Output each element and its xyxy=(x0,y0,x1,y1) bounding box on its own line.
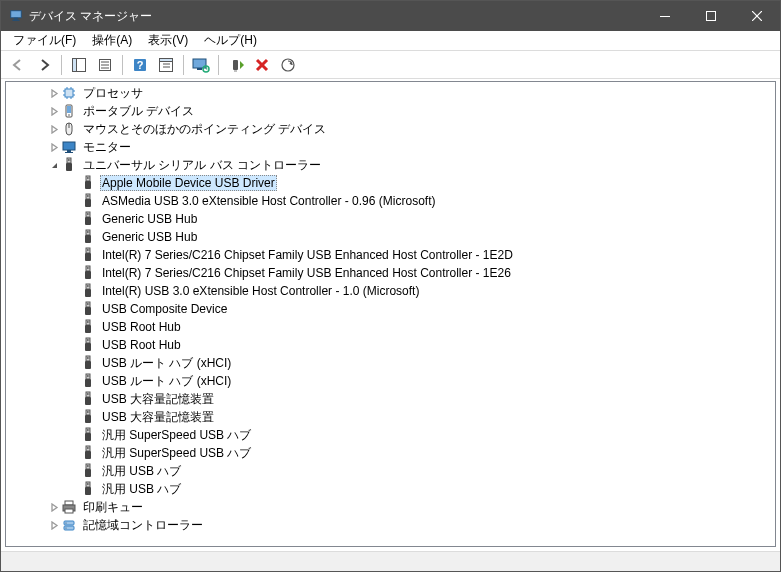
svg-rect-1 xyxy=(14,18,18,20)
svg-rect-2 xyxy=(13,20,20,21)
tree-node-label[interactable]: モニター xyxy=(81,139,133,156)
tree-row[interactable]: USB Root Hub xyxy=(6,336,775,354)
tree-node-label[interactable]: Intel(R) 7 Series/C216 Chipset Family US… xyxy=(100,248,515,262)
tree-row[interactable]: USB Root Hub xyxy=(6,318,775,336)
svg-rect-67 xyxy=(87,249,88,251)
toolbar-show-hide-console-tree[interactable] xyxy=(67,53,91,77)
tree-node-label[interactable]: Intel(R) USB 3.0 eXtensible Host Control… xyxy=(100,284,421,298)
tree-node-label[interactable]: 汎用 USB ハブ xyxy=(100,463,183,480)
tree-node-label[interactable]: マウスとそのほかのポインティング デバイス xyxy=(81,121,328,138)
svg-rect-98 xyxy=(85,397,91,405)
tree-arrow-expanded-icon[interactable] xyxy=(47,161,61,170)
app-icon xyxy=(9,9,23,23)
tree-arrow-collapsed-icon[interactable] xyxy=(47,521,61,530)
tree-node-label[interactable]: USB ルート ハブ (xHCI) xyxy=(100,373,233,390)
menu-file[interactable]: ファイル(F) xyxy=(5,32,84,49)
tree-arrow-collapsed-icon[interactable] xyxy=(47,503,61,512)
tree-node-label[interactable]: USB Composite Device xyxy=(100,302,229,316)
tree-row[interactable]: Intel(R) USB 3.0 eXtensible Host Control… xyxy=(6,282,775,300)
tree-row[interactable]: ポータブル デバイス xyxy=(6,102,775,120)
toolbar-help[interactable]: ? xyxy=(128,53,152,77)
svg-rect-69 xyxy=(86,266,90,271)
maximize-button[interactable] xyxy=(688,1,734,31)
svg-rect-45 xyxy=(67,158,71,163)
tree-row[interactable]: 汎用 SuperSpeed USB ハブ xyxy=(6,444,775,462)
tree-arrow-collapsed-icon[interactable] xyxy=(47,143,61,152)
toolbar-scan-hardware[interactable] xyxy=(276,53,300,77)
tree-row[interactable]: USB Composite Device xyxy=(6,300,775,318)
tree-node-label[interactable]: USB ルート ハブ (xHCI) xyxy=(100,355,233,372)
tree-row[interactable]: Generic USB Hub xyxy=(6,228,775,246)
tree-row[interactable]: ASMedia USB 3.0 eXtensible Host Controll… xyxy=(6,192,775,210)
tree-arrow-collapsed-icon[interactable] xyxy=(47,107,61,116)
tree-node-label[interactable]: Apple Mobile Device USB Driver xyxy=(100,175,277,191)
tree-node-label[interactable]: USB 大容量記憶装置 xyxy=(100,409,216,426)
tree-row[interactable]: 汎用 SuperSpeed USB ハブ xyxy=(6,426,775,444)
tree-node-label[interactable]: USB 大容量記憶装置 xyxy=(100,391,216,408)
tree-row[interactable]: マウスとそのほかのポインティング デバイス xyxy=(6,120,775,138)
svg-rect-29 xyxy=(65,89,73,97)
tree-row[interactable]: ユニバーサル シリアル バス コントローラー xyxy=(6,156,775,174)
svg-rect-66 xyxy=(85,253,91,261)
tree-node-label[interactable]: 印刷キュー xyxy=(81,499,145,516)
window-title-group: デバイス マネージャー xyxy=(1,8,152,25)
tree-node-label[interactable]: 汎用 SuperSpeed USB ハブ xyxy=(100,427,253,444)
menu-action[interactable]: 操作(A) xyxy=(84,32,140,49)
monitor-icon xyxy=(61,139,77,155)
tree-row[interactable]: USB ルート ハブ (xHCI) xyxy=(6,372,775,390)
svg-rect-63 xyxy=(87,231,88,233)
tree-arrow-collapsed-icon[interactable] xyxy=(47,89,61,98)
menu-help[interactable]: ヘルプ(H) xyxy=(196,32,265,49)
tree-node-label[interactable]: USB Root Hub xyxy=(100,338,183,352)
usb-icon xyxy=(80,391,96,407)
tree-row[interactable]: 汎用 USB ハブ xyxy=(6,480,775,498)
tree-node-label[interactable]: 汎用 USB ハブ xyxy=(100,481,183,498)
tree-row[interactable]: 記憶域コントローラー xyxy=(6,516,775,534)
svg-rect-97 xyxy=(86,392,90,397)
tree-row[interactable]: プロセッサ xyxy=(6,84,775,102)
tree-node-label[interactable]: Intel(R) 7 Series/C216 Chipset Family US… xyxy=(100,266,513,280)
device-tree[interactable]: プロセッサポータブル デバイスマウスとそのほかのポインティング デバイスモニター… xyxy=(6,84,775,546)
svg-rect-102 xyxy=(85,415,91,423)
tree-node-label[interactable]: 汎用 SuperSpeed USB ハブ xyxy=(100,445,253,462)
close-button[interactable] xyxy=(734,1,780,31)
tree-node-label[interactable]: ユニバーサル シリアル バス コントローラー xyxy=(81,157,323,174)
tree-row[interactable]: 汎用 USB ハブ xyxy=(6,462,775,480)
tree-node-label[interactable]: Generic USB Hub xyxy=(100,230,199,244)
toolbar-properties[interactable] xyxy=(93,53,117,77)
tree-row[interactable]: USB ルート ハブ (xHCI) xyxy=(6,354,775,372)
tree-node-label[interactable]: ASMedia USB 3.0 eXtensible Host Controll… xyxy=(100,194,437,208)
tree-node-label[interactable]: 記憶域コントローラー xyxy=(81,517,205,534)
svg-rect-96 xyxy=(89,375,90,377)
menu-bar: ファイル(F) 操作(A) 表示(V) ヘルプ(H) xyxy=(1,31,780,51)
tree-arrow-collapsed-icon[interactable] xyxy=(47,125,61,134)
tree-row[interactable]: USB 大容量記憶装置 xyxy=(6,390,775,408)
menu-view[interactable]: 表示(V) xyxy=(140,32,196,49)
tree-row[interactable]: Generic USB Hub xyxy=(6,210,775,228)
tree-row[interactable]: 印刷キュー xyxy=(6,498,775,516)
svg-rect-57 xyxy=(86,212,90,217)
tree-row[interactable]: モニター xyxy=(6,138,775,156)
usb-icon xyxy=(80,337,96,353)
svg-rect-89 xyxy=(86,356,90,361)
svg-rect-55 xyxy=(87,195,88,197)
usb-icon xyxy=(80,319,96,335)
usb-icon xyxy=(80,427,96,443)
tree-node-label[interactable]: ポータブル デバイス xyxy=(81,103,196,120)
toolbar-scan-monitor[interactable] xyxy=(189,53,213,77)
tree-row[interactable]: Intel(R) 7 Series/C216 Chipset Family US… xyxy=(6,264,775,282)
minimize-button[interactable] xyxy=(642,1,688,31)
tree-node-label[interactable]: USB Root Hub xyxy=(100,320,183,334)
toolbar-forward[interactable] xyxy=(32,53,56,77)
toolbar-update-driver[interactable] xyxy=(224,53,248,77)
toolbar-uninstall[interactable] xyxy=(250,53,274,77)
tree-node-label[interactable]: プロセッサ xyxy=(81,85,145,102)
svg-rect-115 xyxy=(87,465,88,467)
tree-row[interactable]: USB 大容量記憶装置 xyxy=(6,408,775,426)
toolbar-show-hidden[interactable] xyxy=(154,53,178,77)
tree-node-label[interactable]: Generic USB Hub xyxy=(100,212,199,226)
tree-row[interactable]: Apple Mobile Device USB Driver xyxy=(6,174,775,192)
toolbar-back[interactable] xyxy=(6,53,30,77)
tree-row[interactable]: Intel(R) 7 Series/C216 Chipset Family US… xyxy=(6,246,775,264)
svg-rect-20 xyxy=(197,68,202,70)
